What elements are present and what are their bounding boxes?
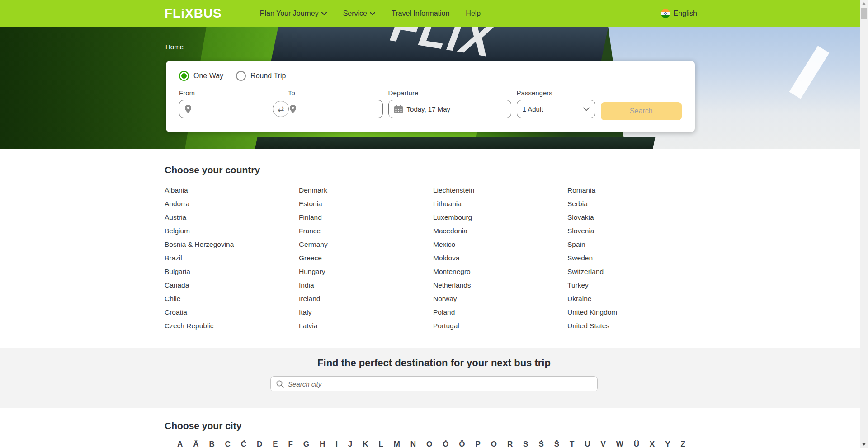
country-link[interactable]: Albania [165, 184, 299, 197]
country-link[interactable]: Finland [299, 211, 433, 224]
country-link[interactable]: Brazil [165, 251, 299, 265]
trip-type-option[interactable]: One Way [179, 71, 223, 81]
country-link[interactable]: Belgium [165, 224, 299, 238]
alphabet-letter[interactable]: B [209, 440, 214, 447]
country-link[interactable]: Montenegro [433, 265, 567, 278]
country-link[interactable]: Canada [165, 278, 299, 292]
country-link[interactable]: Hungary [299, 265, 433, 278]
search-button[interactable]: Search [601, 102, 682, 120]
trip-type-option[interactable]: Round Trip [236, 71, 286, 81]
country-link[interactable]: Chile [165, 292, 299, 306]
alphabet-letter[interactable]: U [585, 440, 590, 447]
scrollbar-down-arrow-icon[interactable] [862, 443, 866, 446]
swap-icon[interactable]: ⇄ [273, 101, 289, 117]
alphabet-letter[interactable]: W [616, 440, 623, 447]
country-link[interactable]: Czech Republic [165, 319, 299, 333]
alphabet-letter[interactable]: Ś [538, 440, 543, 447]
alphabet-letter[interactable]: Ć [241, 440, 246, 447]
country-link[interactable]: Lithuania [433, 197, 567, 211]
country-link[interactable]: Italy [299, 306, 433, 319]
from-field[interactable] [179, 100, 277, 118]
alphabet-letter[interactable]: Ö [459, 440, 465, 447]
country-link[interactable]: Spain [567, 238, 702, 251]
language-selector[interactable]: English [661, 9, 697, 18]
country-link[interactable]: France [299, 224, 433, 238]
city-search-box[interactable] [270, 376, 598, 391]
alphabet-letter[interactable]: S [523, 440, 528, 447]
city-search-input[interactable] [288, 380, 592, 388]
alphabet-letter[interactable]: E [273, 440, 278, 447]
country-link[interactable]: Switzerland [567, 265, 702, 278]
country-link[interactable]: Liechtenstein [433, 184, 567, 197]
country-link[interactable]: Norway [433, 292, 567, 306]
radio-icon[interactable] [179, 71, 189, 81]
country-link[interactable]: Bulgaria [165, 265, 299, 278]
country-link[interactable]: Austria [165, 211, 299, 224]
breadcrumb-home[interactable]: Home [165, 43, 184, 51]
radio-icon[interactable] [236, 71, 246, 81]
alphabet-letter[interactable]: C [225, 440, 231, 447]
country-link[interactable]: Luxembourg [433, 211, 567, 224]
country-link[interactable]: Moldova [433, 251, 567, 265]
alphabet-letter[interactable]: N [410, 440, 416, 447]
alphabet-letter[interactable]: P [475, 440, 480, 447]
nav-item[interactable]: Travel Information [392, 9, 449, 18]
vertical-scrollbar[interactable] [860, 0, 868, 448]
alphabet-letter[interactable]: L [378, 440, 383, 447]
to-input[interactable] [300, 105, 363, 113]
country-link[interactable]: Macedonia [433, 224, 567, 238]
alphabet-letter[interactable]: M [394, 440, 400, 447]
alphabet-letter[interactable]: T [570, 440, 574, 447]
country-link[interactable]: Sweden [567, 251, 702, 265]
alphabet-letter[interactable]: I [335, 440, 338, 447]
to-field[interactable] [277, 100, 382, 118]
alphabet-letter[interactable]: H [320, 440, 325, 447]
alphabet-letter[interactable]: V [600, 440, 605, 447]
alphabet-letter[interactable]: Q [491, 440, 497, 447]
country-link[interactable]: United States [567, 319, 702, 333]
country-link[interactable]: Ireland [299, 292, 433, 306]
alphabet-letter[interactable]: J [348, 440, 352, 447]
alphabet-letter[interactable]: A [177, 440, 183, 447]
country-link[interactable]: Latvia [299, 319, 433, 333]
passengers-select[interactable]: 1 Adult [517, 100, 595, 118]
alphabet-letter[interactable]: D [257, 440, 262, 447]
country-link[interactable]: Poland [433, 306, 567, 319]
country-link[interactable]: Croatia [165, 306, 299, 319]
flixbus-logo[interactable]: FLiXBUS [165, 6, 222, 21]
departure-field[interactable]: Today, 17 May [388, 100, 511, 118]
scrollbar-thumb[interactable] [861, 8, 867, 19]
scrollbar-up-arrow-icon[interactable] [862, 2, 866, 5]
nav-item[interactable]: Help [466, 9, 481, 18]
alphabet-letter[interactable]: O [426, 440, 432, 447]
alphabet-letter[interactable]: Ä [193, 440, 198, 447]
country-link[interactable]: Romania [567, 184, 702, 197]
alphabet-letter[interactable]: R [507, 440, 513, 447]
alphabet-letter[interactable]: Z [680, 440, 685, 447]
country-link[interactable]: Portugal [433, 319, 567, 333]
nav-item[interactable]: Service [343, 9, 375, 18]
alphabet-letter[interactable]: Ó [443, 440, 448, 447]
country-link[interactable]: Ukraine [567, 292, 702, 306]
country-link[interactable]: Slovenia [567, 224, 702, 238]
country-link[interactable]: Slovakia [567, 211, 702, 224]
alphabet-letter[interactable]: X [650, 440, 655, 447]
country-link[interactable]: Germany [299, 238, 433, 251]
country-link[interactable]: Greece [299, 251, 433, 265]
alphabet-letter[interactable]: F [288, 440, 292, 447]
nav-item[interactable]: Plan Your Journey [260, 9, 327, 18]
country-link[interactable]: Mexico [433, 238, 567, 251]
country-link[interactable]: Andorra [165, 197, 299, 211]
country-link[interactable]: United Kingdom [567, 306, 702, 319]
country-link[interactable]: Estonia [299, 197, 433, 211]
alphabet-letter[interactable]: Y [665, 440, 670, 447]
alphabet-letter[interactable]: G [303, 440, 309, 447]
country-link[interactable]: Bosnia & Herzegovina [165, 238, 299, 251]
alphabet-letter[interactable]: Ü [634, 440, 639, 447]
country-link[interactable]: Serbia [567, 197, 702, 211]
country-link[interactable]: Denmark [299, 184, 433, 197]
alphabet-letter[interactable]: Š [554, 440, 559, 447]
country-link[interactable]: Netherlands [433, 278, 567, 292]
country-link[interactable]: India [299, 278, 433, 292]
country-link[interactable]: Turkey [567, 278, 702, 292]
